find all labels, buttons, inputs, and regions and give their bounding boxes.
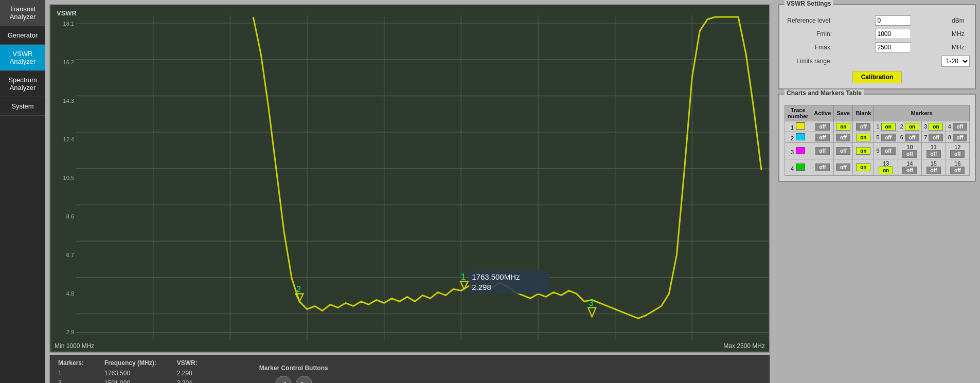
markers-info: Markers: 1 2 3 Frequency (MHz): 1763.500…	[49, 355, 770, 383]
ref-level-input[interactable]	[875, 15, 911, 26]
save-btn-1[interactable]: on	[836, 123, 850, 131]
marker-cell-9[interactable]: 9 off	[874, 143, 898, 159]
limits-range-row: Limits range: 1-20 1-10 1-5	[785, 56, 970, 67]
trace-blank-2[interactable]: on	[853, 132, 874, 143]
col-markers: Markers	[874, 105, 970, 121]
active-btn-1[interactable]: off	[815, 123, 830, 131]
sidebar: Transmit Analyzer Generator VSWR Analyze…	[0, 0, 45, 383]
marker-cell-1[interactable]: 1 on	[874, 121, 898, 132]
marker-vswr-section: VSWR: 2.298 2.204 1.409	[177, 359, 198, 383]
trace-blank-1[interactable]: off	[853, 121, 874, 132]
sidebar-item-generator[interactable]: Generator	[0, 26, 45, 45]
chart-max-label: Max 2500 MHz	[723, 342, 765, 350]
marker-cell-6[interactable]: 6 off	[898, 132, 921, 143]
marker-btn-4[interactable]: off	[953, 123, 967, 131]
marker-cell-5[interactable]: 5 off	[874, 132, 898, 143]
marker-btn-12[interactable]: off	[950, 150, 965, 158]
marker-cell-3[interactable]: 3 on	[922, 121, 946, 132]
marker-control: Marker Control Buttons ◄ ►	[259, 359, 328, 383]
save-btn-3[interactable]: off	[836, 147, 850, 155]
sidebar-item-spectrum-analyzer[interactable]: Spectrum Analyzer	[0, 71, 45, 97]
blank-btn-1[interactable]: off	[856, 123, 870, 131]
marker-btn-15[interactable]: off	[926, 167, 941, 174]
col-save: Save	[834, 105, 853, 121]
trace-num-4: 4	[785, 159, 811, 176]
trace-save-4[interactable]: off	[834, 159, 853, 176]
marker-btn-5[interactable]: off	[881, 134, 896, 141]
marker-btn-1[interactable]: on	[881, 123, 896, 131]
svg-text:3: 3	[589, 298, 594, 307]
marker-btn-10[interactable]: off	[902, 150, 917, 158]
trace-active-4[interactable]: off	[811, 159, 834, 176]
active-btn-3[interactable]: off	[815, 147, 830, 155]
trace-save-2[interactable]: off	[834, 132, 853, 143]
svg-text:1: 1	[461, 272, 466, 281]
fmin-label: Fmin:	[785, 30, 836, 38]
marker-btn-6[interactable]: off	[905, 134, 919, 141]
marker-btn-11[interactable]: off	[926, 150, 941, 158]
col-active: Active	[811, 105, 834, 121]
marker-cell-10[interactable]: 10 off	[898, 143, 921, 159]
main-content: VSWR 18.1 16.2 14.3 12.4 10.5 8.6 6.7 4.…	[45, 0, 774, 383]
fmin-unit: MHz	[952, 30, 970, 38]
marker-btn-9[interactable]: off	[881, 147, 896, 155]
limits-range-label: Limits range:	[785, 58, 836, 65]
chart-svg-container: 2 1 1763.500MHz 2.298 3	[76, 15, 769, 340]
marker-btn-16[interactable]: off	[950, 167, 965, 174]
marker-btn-3[interactable]: on	[929, 123, 943, 131]
chart-area: VSWR 18.1 16.2 14.3 12.4 10.5 8.6 6.7 4.…	[49, 4, 770, 353]
active-btn-2[interactable]: off	[815, 134, 830, 141]
marker-btn-14[interactable]: off	[902, 167, 917, 174]
sidebar-item-vswr-analyzer[interactable]: VSWR Analyzer	[0, 45, 45, 71]
blank-btn-2[interactable]: on	[856, 134, 870, 141]
marker-cell-4[interactable]: 4 off	[946, 121, 969, 132]
sidebar-item-system[interactable]: System	[0, 97, 45, 116]
marker-cell-14[interactable]: 14 off	[898, 159, 921, 176]
marker-cell-16[interactable]: 16 off	[946, 159, 969, 176]
fmax-label: Fmax:	[785, 44, 836, 51]
vswr-settings-panel: VSWR Settings Reference level: dBm Fmin:…	[778, 4, 976, 89]
active-btn-4[interactable]: off	[815, 163, 830, 171]
svg-text:2: 2	[296, 284, 301, 294]
ref-level-row: Reference level: dBm	[785, 15, 970, 26]
trace-active-2[interactable]: off	[811, 132, 834, 143]
cmt-table: Trace number Active Save Blank Markers 1…	[785, 105, 970, 176]
fmax-unit: MHz	[952, 44, 970, 51]
trace-save-1[interactable]: on	[834, 121, 853, 132]
trace-num-2: 2	[785, 132, 811, 143]
marker-cell-12[interactable]: 12 off	[946, 143, 969, 159]
save-btn-2[interactable]: off	[836, 134, 850, 141]
sidebar-item-transmit-analyzer[interactable]: Transmit Analyzer	[0, 0, 45, 26]
marker-cell-7[interactable]: 7 off	[922, 132, 946, 143]
marker-cell-15[interactable]: 15 off	[922, 159, 946, 176]
blank-btn-4[interactable]: on	[856, 163, 870, 171]
trace-blank-4[interactable]: on	[853, 159, 874, 176]
limits-range-select[interactable]: 1-20 1-10 1-5	[941, 56, 970, 67]
save-btn-4[interactable]: off	[836, 163, 850, 171]
col-blank: Blank	[853, 105, 874, 121]
chart-bottom-labels: Min 1000 MHz Max 2500 MHz	[50, 340, 769, 352]
marker-next-button[interactable]: ►	[296, 376, 312, 383]
marker-btn-8[interactable]: off	[953, 134, 967, 141]
trace-blank-3[interactable]: on	[853, 143, 874, 159]
marker-cell-8[interactable]: 8 off	[946, 132, 969, 143]
vswr-settings-title: VSWR Settings	[785, 0, 833, 7]
fmax-input[interactable]	[875, 42, 911, 52]
marker-btn-2[interactable]: on	[905, 123, 919, 131]
svg-text:2.298: 2.298	[472, 283, 491, 291]
blank-btn-3[interactable]: on	[856, 147, 870, 155]
marker-prev-button[interactable]: ◄	[275, 376, 292, 383]
marker-cell-13[interactable]: 13 on	[874, 159, 898, 176]
chart-min-label: Min 1000 MHz	[55, 342, 94, 350]
calibration-button[interactable]: Calibration	[852, 71, 902, 83]
marker-btn-7[interactable]: off	[929, 134, 943, 141]
fmin-input[interactable]	[875, 29, 911, 39]
marker-freq-section: Frequency (MHz): 1763.500 1501.000 2018.…	[104, 359, 156, 383]
marker-btn-13[interactable]: on	[879, 167, 893, 174]
marker-cell-11[interactable]: 11 off	[922, 143, 946, 159]
trace-save-3[interactable]: off	[834, 143, 853, 159]
trace-active-3[interactable]: off	[811, 143, 834, 159]
trace-active-1[interactable]: off	[811, 121, 834, 132]
marker-cell-2[interactable]: 2 on	[898, 121, 921, 132]
marker-nav-buttons: ◄ ►	[275, 376, 312, 383]
